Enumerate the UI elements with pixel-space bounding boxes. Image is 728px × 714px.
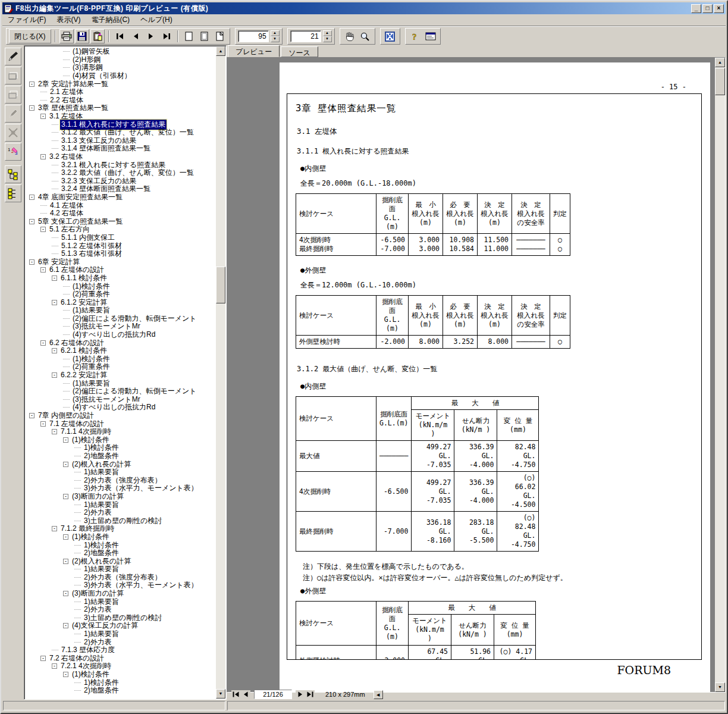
first-page-button[interactable] [113,29,127,43]
tree-item[interactable]: (2)H形鋼 [26,56,215,64]
tree-expander-icon[interactable]: - [40,421,46,427]
page-number-input[interactable] [290,30,321,42]
nav-next-page-button[interactable] [296,690,305,699]
tree-item[interactable]: 1)結果要旨 [26,597,215,606]
tree-item[interactable]: -(2)根入れ長の計算 [26,557,215,565]
facing-page-view-button[interactable] [213,29,227,43]
menu-help[interactable]: ヘルプ(H) [135,14,178,26]
tree-item[interactable]: -6.1.1 検討条件 [26,274,215,283]
tree-expander-icon[interactable]: - [52,275,57,281]
tree-item[interactable]: (2)荷重条件 [26,363,215,371]
tree-expander-icon[interactable]: - [52,526,57,531]
tree-expander-icon[interactable]: - [29,413,34,418]
tree-item[interactable]: -(1)検討条件 [26,436,215,444]
tree-expander-icon[interactable]: - [40,227,46,232]
nav-last-page-button[interactable] [305,690,315,699]
single-page-view-button[interactable] [182,29,196,43]
zoom-input[interactable] [238,30,269,42]
tab-source[interactable]: ソース [281,46,318,57]
fit-page-button[interactable] [383,29,397,43]
tree-item[interactable]: -7.1.2 最終掘削時 [26,525,215,533]
tree-expander-icon[interactable]: - [52,663,57,669]
edit-disabled-button[interactable] [5,105,21,123]
tree-expander-icon[interactable]: - [40,340,46,346]
tree-expander-icon[interactable]: - [40,154,46,159]
tree-item[interactable]: 1)検討条件 [26,444,215,452]
tree-item[interactable]: (2)荷重条件 [26,290,215,299]
tree-item[interactable]: -5.1 左右方向 [26,226,215,234]
h-scroll-left-icon[interactable]: ◀ [374,690,383,699]
tree-item[interactable]: 3)土留め壁の剛性の検討 [26,516,215,525]
tree-expander-icon[interactable]: - [63,462,68,467]
tree-expander-icon[interactable]: - [63,534,68,540]
tree-expander-icon[interactable]: - [40,267,46,273]
tree-expander-icon[interactable]: - [29,195,34,200]
tree-item[interactable]: -(1)検討条件 [26,533,215,541]
save-button[interactable] [75,29,89,43]
tree-item[interactable]: -7.1.1 4次掘削時 [26,428,215,436]
tree-expander-icon[interactable]: - [52,429,57,434]
preview-scroll-up-icon[interactable]: ▲ [715,58,725,67]
hand-tool-button[interactable] [343,29,357,43]
tree-item[interactable]: -7.2 右堤体の設計 [26,654,215,663]
tree-scroll-down-icon[interactable]: ▼ [216,689,225,699]
tab-preview[interactable]: プレビュー [228,45,280,57]
tree-item[interactable]: -6.2 右堤体の設計 [26,339,215,347]
tree-item[interactable]: -(3)断面力の計算 [26,493,215,501]
tree-item[interactable]: -7.1 左堤体の設計 [26,419,215,428]
zoom-down-icon[interactable]: ▼ [271,36,280,42]
tree-scroll-thumb[interactable] [216,267,225,303]
preview-scroll-thumb[interactable] [715,68,725,95]
tree-expander-icon[interactable]: - [29,82,34,87]
tree-item[interactable]: 2)外力表 [26,638,215,646]
tree-item[interactable]: -7.2.1 4次掘削時 [26,662,215,671]
layer-tool2-button[interactable] [5,86,21,104]
tree-item[interactable]: 1)結果要旨 [26,500,215,509]
tree-item[interactable]: -6.1.2 安定計算 [26,298,215,306]
tree-expander-icon[interactable]: - [63,437,68,443]
preview-vertical-scrollbar[interactable]: ▲ ▼ [715,58,725,692]
tree-item[interactable]: -6.1 左堤体の設計 [26,266,215,274]
tree-expander-icon[interactable]: - [29,219,34,224]
tree-item[interactable]: 2)地盤条件 [26,687,215,695]
erase-disabled-button[interactable] [5,124,21,142]
tree-item[interactable]: 1)結果要旨 [26,630,215,638]
zoom-up-icon[interactable]: ▲ [271,30,280,36]
tree-expander-icon[interactable]: - [63,559,68,564]
menu-edelivery[interactable]: 電子納品(C) [86,14,135,26]
close-window-button[interactable]: × [714,4,724,13]
tree-item[interactable]: (1)検討条件 [26,355,215,364]
zoom-tool-button[interactable] [358,29,372,43]
layer-tool-button[interactable] [5,67,21,84]
maximize-button[interactable]: □ [702,4,713,13]
minimize-button[interactable]: _ [691,4,701,13]
nav-prev-page-button[interactable] [241,690,250,699]
tree-item[interactable]: -(2)根入れ長の計算 [26,460,215,468]
tree-item[interactable]: -6.2.2 安定計算 [26,371,215,380]
tree-scrollbar[interactable]: ▲ ▼ [216,46,225,699]
renumber-button[interactable]: 1 2 3 [5,143,21,161]
page-up-icon[interactable]: ▲ [323,30,332,36]
nav-first-page-button[interactable] [231,690,241,699]
tree-expander-icon[interactable]: - [52,348,57,353]
tree-expander-icon[interactable]: - [63,672,68,677]
prev-page-button[interactable] [128,29,143,43]
page-down-icon[interactable]: ▼ [323,36,332,42]
tree-expander-icon[interactable]: - [40,656,46,661]
tree-item[interactable]: 1)検討条件 [26,678,215,687]
menu-view[interactable]: 表示(V) [51,14,86,26]
tree-item[interactable]: -(3)断面力の計算 [26,590,215,598]
tree-expander-icon[interactable]: - [29,105,34,111]
annotate-pen-button[interactable] [5,48,21,65]
edit-copy-button[interactable] [90,29,105,43]
tree-expander-icon[interactable]: - [63,494,68,499]
tree-item[interactable]: -(4)支保工反力の計算 [26,622,215,630]
next-page-button[interactable] [144,29,158,43]
tree-expander-icon[interactable]: - [63,591,68,596]
tree-item[interactable]: -(1)検討条件 [26,671,215,679]
menu-file[interactable]: ファイル(F) [2,14,51,26]
tree-item[interactable]: 1)検討条件 [26,541,215,549]
tree-expander-icon[interactable]: - [52,372,57,378]
tree-item[interactable]: (1)検討条件 [26,282,215,290]
help-button[interactable]: ? [408,29,422,43]
